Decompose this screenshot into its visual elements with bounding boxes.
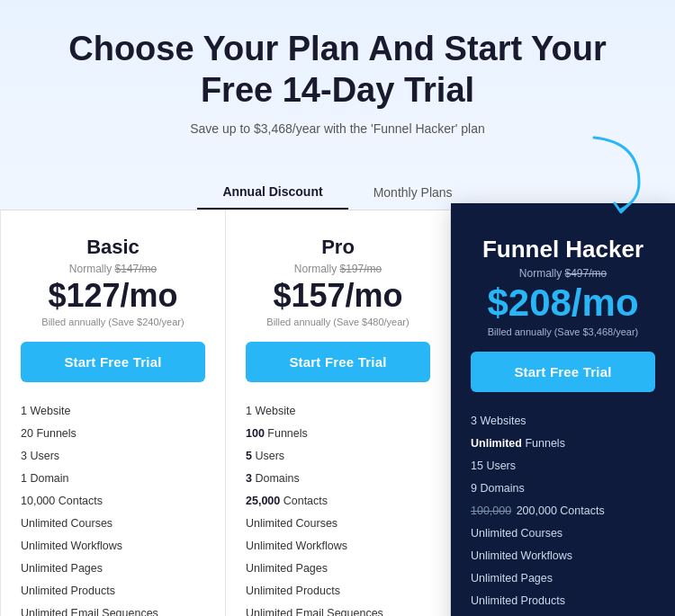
fh-billed: Billed annually (Save $3,468/year) [471,326,655,337]
list-item: 3 Websites [471,410,655,433]
pro-price: $157/mo [246,277,430,315]
list-item: 15 Users [471,455,655,478]
pro-billed: Billed annually (Save $480/year) [246,317,430,327]
list-item: 25,000 Contacts [246,490,430,513]
list-item: Unlimited Pages [21,558,205,580]
pro-cta-button[interactable]: Start Free Trial [246,342,430,382]
list-item: 1 Domain [21,468,205,490]
fh-cta-button[interactable]: Start Free Trial [471,352,655,392]
list-item: Unlimited Email Sequences [471,612,655,616]
list-item: 1 Website [246,400,430,423]
basic-features: 1 Website 20 Funnels 3 Users 1 Domain 10… [21,400,205,616]
list-item: Unlimited Courses [471,522,655,545]
list-item: Unlimited Pages [246,558,430,580]
list-item: Unlimited Workflows [471,545,655,567]
list-item: Unlimited Funnels [471,433,655,455]
list-item: Unlimited Workflows [246,535,430,558]
plans-container: Basic Normally $147/mo $127/mo Billed an… [0,210,675,616]
pro-features: 1 Website 100 Funnels 5 Users 3 Domains … [246,400,430,616]
basic-original-price: $147/mo [114,263,157,275]
fh-original-price: $497/mo [564,267,607,280]
list-item: Unlimited Products [246,580,430,603]
fh-normally: Normally $497/mo [471,267,655,280]
basic-cta-button[interactable]: Start Free Trial [21,342,205,382]
fh-features: 3 Websites Unlimited Funnels 15 Users 9 … [471,410,655,616]
list-item: Unlimited Email Sequences [246,603,430,616]
list-item: Unlimited Courses [246,513,430,535]
list-item: 1 Website [21,400,205,423]
list-item: Unlimited Workflows [21,535,205,558]
list-item: 9 Domains [471,478,655,500]
list-item: Unlimited Pages [471,567,655,590]
list-item: Unlimited Products [21,580,205,603]
basic-normally: Normally $147/mo [21,263,205,275]
list-item: 5 Users [246,445,430,468]
page-subtitle: Save up to $3,468/year with the 'Funnel … [36,121,639,136]
list-item: Unlimited Email Sequences [21,603,205,616]
list-item: Unlimited Courses [21,513,205,535]
pro-normally: Normally $197/mo [246,263,430,275]
page-header: Choose Your Plan And Start Your Free 14-… [0,0,675,172]
list-item: 20 Funnels [21,423,205,445]
plan-pro: Pro Normally $197/mo $157/mo Billed annu… [226,210,451,616]
pro-plan-name: Pro [246,236,430,259]
list-item: 100 Funnels [246,423,430,445]
fh-price: $208/mo [471,281,655,325]
basic-price: $127/mo [21,277,205,315]
list-item: 100,000 200,000 Contacts [471,500,655,522]
plan-funnel-hacker: Funnel Hacker Normally $497/mo $208/mo B… [451,203,675,616]
plan-basic: Basic Normally $147/mo $127/mo Billed an… [0,210,226,616]
basic-plan-name: Basic [21,236,205,259]
list-item: 10,000 Contacts [21,490,205,513]
page-title: Choose Your Plan And Start Your Free 14-… [36,29,639,111]
list-item: 3 Domains [246,468,430,490]
fh-plan-name: Funnel Hacker [471,236,655,263]
list-item: Unlimited Products [471,590,655,612]
tab-annual[interactable]: Annual Discount [197,175,347,210]
list-item: 3 Users [21,445,205,468]
basic-billed: Billed annually (Save $240/year) [21,317,205,327]
pro-original-price: $197/mo [339,263,382,275]
